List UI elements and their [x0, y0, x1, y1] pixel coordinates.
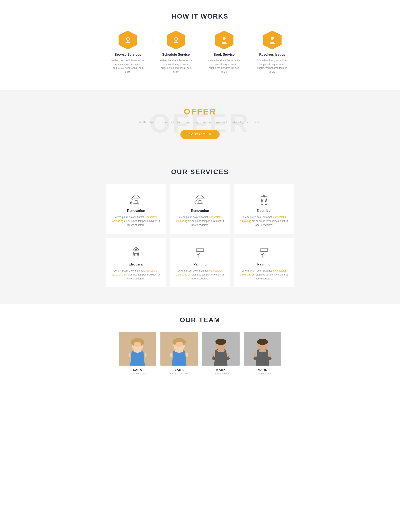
svg-rect-13 — [273, 37, 273, 39]
svg-line-29 — [266, 197, 267, 200]
service-card-renovation-2: Renovation Lorem ipsum dolor sit amet, c… — [170, 184, 230, 234]
svg-line-35 — [265, 204, 266, 205]
team-grid: SARA CO FOUNDER SARA CO FOUNDER — [4, 332, 396, 375]
team-role-mark-2: CO FOUNDER — [244, 372, 281, 375]
our-team-section: OUR TEAM SARA CO FOUNDER — [0, 304, 400, 392]
svg-line-30 — [261, 200, 262, 204]
painting-roller-icon-1 — [194, 246, 206, 259]
our-team-title: OUR TEAM — [4, 316, 396, 324]
svg-line-33 — [261, 204, 262, 205]
service-label-painting-1: Painting — [174, 263, 226, 266]
step-schedule-desc: Nullam hendrerit, lacus luctus tempu est… — [159, 59, 193, 74]
svg-rect-18 — [197, 199, 203, 203]
team-name-mark-1: MARK — [202, 368, 240, 371]
step-book-label: Book Service — [214, 53, 234, 57]
sara-avatar-svg-2 — [160, 332, 198, 366]
services-grid: Renovation Lorem ipsum dolor sit amet, c… — [106, 184, 294, 287]
mark-avatar-svg-1 — [202, 332, 240, 366]
mark-avatar-svg-2 — [244, 332, 281, 366]
step-resolves-icon — [263, 31, 282, 50]
contact-us-button[interactable]: CONTACT US — [180, 130, 220, 139]
svg-rect-56 — [261, 249, 267, 251]
svg-rect-15 — [135, 200, 137, 203]
step-book-desc: Nullam hendrerit, lacus luctus tempu est… — [208, 59, 241, 74]
step-book: Book Service Nullam hendrerit, lacus luc… — [203, 31, 246, 74]
electrical-tower-icon-2 — [130, 246, 142, 259]
arrow-1: → — [149, 31, 154, 43]
service-desc-painting-1: Lorem ipsum dolor sit amet, consectetur … — [174, 269, 226, 281]
service-label-electrical-2: Electrical — [111, 263, 162, 266]
svg-line-28 — [261, 197, 261, 200]
svg-line-42 — [133, 250, 134, 253]
svg-point-5 — [175, 38, 177, 40]
svg-rect-6 — [176, 40, 177, 42]
svg-rect-51 — [197, 249, 203, 251]
team-role-sara-2: CO FOUNDER — [160, 372, 198, 375]
svg-rect-14 — [133, 199, 139, 203]
svg-rect-7 — [175, 42, 177, 42]
svg-line-49 — [137, 258, 138, 259]
team-card-mark-2: MARK CO FOUNDER — [244, 332, 281, 375]
team-photo-mark-1 — [202, 332, 240, 366]
svg-rect-2 — [128, 40, 128, 42]
how-it-works-title: HOW IT WORKS — [4, 13, 396, 20]
our-services-title: OUR SERVICES — [4, 168, 396, 176]
service-desc-painting-2: Lorem ipsum dolor sit amet, consectetur … — [238, 269, 289, 281]
arrow-2: → — [197, 31, 203, 43]
svg-line-44 — [134, 253, 134, 258]
team-name-mark-2: MARK — [244, 368, 281, 371]
svg-line-34 — [266, 204, 267, 205]
team-role-mark-1: CO FOUNDER — [202, 372, 240, 375]
service-card-painting-1: Painting Lorem ipsum dolor sit amet, con… — [170, 238, 230, 287]
svg-rect-59 — [261, 254, 263, 258]
team-photo-sara-1 — [119, 332, 156, 366]
steps-container: Browse Services Nullam hendrerit, lacus … — [106, 31, 294, 74]
team-role-sara-1: CO FOUNDER — [119, 372, 156, 375]
offer-title: OFFER — [4, 107, 396, 116]
offer-subtitle: Nullam hendrerit lacus luctus tempu nequ… — [4, 120, 396, 124]
service-desc-electrical-1: Lorem ipsum dolor sit amet, consectetur … — [238, 215, 289, 227]
team-card-sara-1: SARA CO FOUNDER — [119, 332, 156, 375]
service-card-electrical-1: Electrical Lorem ipsum dolor sit amet, c… — [234, 184, 294, 234]
svg-point-64 — [134, 342, 141, 347]
step-browse-icon — [118, 31, 137, 50]
service-desc-electrical-2: Lorem ipsum dolor sit amet, consectetur … — [111, 269, 162, 281]
svg-rect-19 — [199, 200, 201, 203]
renovation-house-icon-1 — [130, 192, 142, 205]
step-schedule-label: Schedule Service — [162, 53, 190, 57]
how-it-works-section: HOW IT WORKS Browse Services Nullam hend… — [0, 0, 400, 90]
service-label-renovation-2: Renovation — [174, 209, 226, 213]
service-label-renovation-1: Renovation — [111, 209, 162, 213]
step-resolves-desc: Nullam hendrerit, lacus luctus tempu est… — [256, 59, 289, 74]
svg-rect-10 — [225, 37, 225, 39]
step-browse-label: Browse Services — [114, 53, 141, 57]
service-label-electrical-1: Electrical — [238, 209, 289, 213]
our-services-section: OUR SERVICES Renovation Lorem ipsum dolo… — [0, 156, 400, 304]
step-resolves-label: Resolves Issues — [259, 53, 285, 57]
team-card-sara-2: SARA CO FOUNDER — [160, 332, 198, 375]
svg-line-43 — [139, 250, 139, 253]
step-schedule-icon — [167, 31, 185, 50]
offer-section: OFFER OFFER Nullam hendrerit lacus luctu… — [0, 90, 400, 156]
step-schedule: Schedule Service Nullam hendrerit, lacus… — [154, 31, 197, 74]
svg-line-48 — [138, 258, 139, 259]
service-label-painting-2: Painting — [238, 263, 289, 266]
team-photo-mark-2 — [244, 332, 281, 366]
team-name-sara-1: SARA — [119, 368, 156, 371]
painting-roller-icon-2 — [258, 246, 270, 259]
service-desc-renovation-1: Lorem ipsum dolor sit amet, consectetur … — [111, 215, 162, 227]
svg-point-1 — [127, 38, 129, 40]
service-card-painting-2: Painting Lorem ipsum dolor sit amet, con… — [234, 238, 294, 287]
svg-rect-54 — [197, 254, 199, 258]
team-photo-sara-2 — [160, 332, 198, 366]
service-desc-renovation-2: Lorem ipsum dolor sit amet, consectetur … — [174, 215, 226, 227]
svg-line-32 — [262, 204, 263, 205]
svg-line-46 — [134, 258, 135, 259]
step-resolves: Resolves Issues Nullam hendrerit, lacus … — [251, 31, 294, 74]
electrical-tower-icon-1 — [258, 192, 270, 205]
svg-point-72 — [215, 339, 226, 345]
svg-rect-3 — [127, 42, 129, 42]
svg-point-69 — [175, 342, 183, 347]
sara-avatar-svg-1 — [119, 332, 156, 366]
service-card-electrical-2: Electrical Lorem ipsum dolor sit amet, c… — [106, 238, 166, 287]
